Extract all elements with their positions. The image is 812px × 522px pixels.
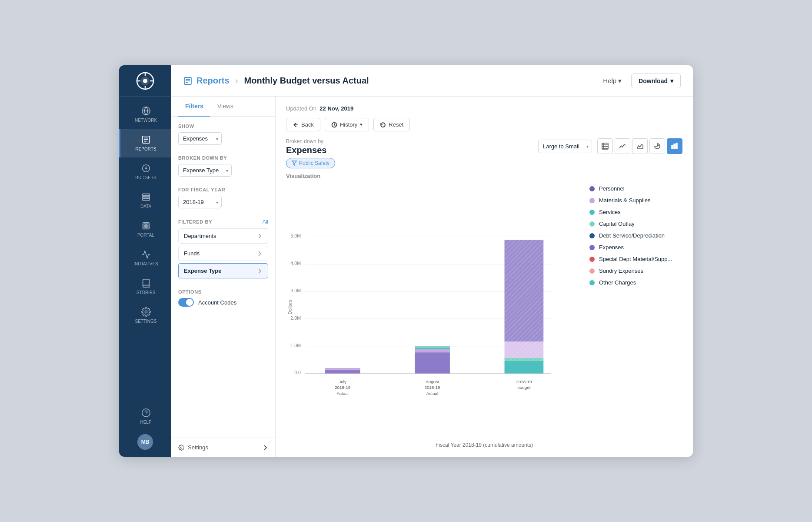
back-button[interactable]: Back bbox=[286, 118, 320, 131]
broken-down-by-text: Broken down by bbox=[286, 138, 335, 144]
fiscal-year-section: FOR FISCAL YEAR 2018-19 ▾ bbox=[171, 180, 275, 212]
svg-rect-57 bbox=[325, 368, 360, 370]
svg-text:$: $ bbox=[145, 166, 146, 170]
svg-point-30 bbox=[180, 447, 182, 448]
avatar[interactable]: MB bbox=[137, 434, 153, 450]
filtered-by-section: FILTERED BY All Departments Funds bbox=[171, 212, 275, 284]
filter-departments[interactable]: Departments bbox=[178, 228, 268, 244]
sidebar-item-help[interactable]: HELP bbox=[135, 404, 155, 429]
reset-button[interactable]: Reset bbox=[373, 118, 410, 131]
legend-dot-other bbox=[589, 280, 595, 285]
svg-rect-41 bbox=[676, 143, 677, 149]
sidebar-item-data[interactable]: DATA bbox=[119, 186, 171, 215]
area-view-button[interactable] bbox=[632, 138, 648, 154]
legend-item-debt: Debt Service/Depreciation bbox=[589, 232, 682, 239]
broken-down-by-select-wrapper: Expense Type ▾ bbox=[178, 164, 232, 177]
breadcrumb-reports[interactable]: Reports bbox=[196, 76, 230, 86]
svg-rect-62 bbox=[505, 361, 544, 374]
chart-container: 5.0M 4.0M 3.0M 2.0M 1.0M 0.0 Dollars bbox=[286, 182, 682, 440]
sidebar-item-network[interactable]: NETWORK bbox=[119, 100, 171, 129]
sidebar-item-portal[interactable]: PORTAL bbox=[119, 215, 171, 244]
tab-views[interactable]: Views bbox=[210, 97, 240, 117]
svg-text:budget: budget bbox=[517, 385, 530, 390]
chart-svg: 5.0M 4.0M 3.0M 2.0M 1.0M 0.0 Dollars bbox=[286, 182, 582, 440]
content-area: Filters Views SHOW Expenses ▾ BROKEN DOW… bbox=[171, 97, 693, 457]
legend-panel: Personnel Materials & Supplies Services bbox=[582, 182, 682, 440]
sidebar-item-stories[interactable]: STORIES bbox=[119, 272, 171, 301]
svg-text:August: August bbox=[426, 379, 439, 384]
broken-down-by-select[interactable]: Expense Type bbox=[178, 164, 232, 177]
fiscal-year-select[interactable]: 2018-19 bbox=[178, 196, 222, 208]
sidebar-item-budgets[interactable]: $ BUDGETS bbox=[119, 157, 171, 186]
svg-marker-33 bbox=[292, 161, 296, 165]
account-codes-toggle[interactable] bbox=[178, 298, 194, 307]
svg-rect-60 bbox=[415, 348, 450, 349]
bar-view-button[interactable] bbox=[667, 138, 682, 154]
panel-tabs: Filters Views bbox=[171, 97, 275, 117]
options-section: OPTIONS Account Codes bbox=[171, 284, 275, 312]
visualization-label: Visualization bbox=[286, 173, 682, 179]
logo[interactable] bbox=[119, 65, 171, 97]
filter-expense-type[interactable]: Expense Type bbox=[178, 263, 268, 278]
svg-text:5.0M: 5.0M bbox=[290, 233, 301, 238]
breadcrumb-separator: › bbox=[236, 76, 238, 85]
history-icon bbox=[331, 122, 337, 128]
history-button[interactable]: History ▾ bbox=[325, 118, 369, 131]
legend-dot-expenses bbox=[589, 245, 595, 250]
show-section: SHOW Expenses ▾ bbox=[171, 117, 275, 148]
fiscal-year-label: FOR FISCAL YEAR bbox=[178, 187, 268, 192]
legend-item-special: Special Dept Material/Supp... bbox=[589, 256, 682, 262]
legend-dot-services bbox=[589, 210, 595, 215]
download-button[interactable]: Download ▾ bbox=[631, 74, 681, 88]
legend-dot-personnel bbox=[589, 186, 595, 191]
legend-dot-materials bbox=[589, 198, 595, 203]
show-label: SHOW bbox=[178, 124, 268, 129]
pie-view-button[interactable] bbox=[649, 138, 665, 154]
legend-item-sundry: Sundry Expenses bbox=[589, 268, 682, 274]
settings-button[interactable]: Settings bbox=[171, 438, 275, 457]
chart-area: 5.0M 4.0M 3.0M 2.0M 1.0M 0.0 Dollars bbox=[286, 182, 582, 440]
account-codes-toggle-row: Account Codes bbox=[178, 298, 268, 307]
filter-funds[interactable]: Funds bbox=[178, 246, 268, 261]
legend-item-services: Services bbox=[589, 209, 682, 215]
filtered-by-row: FILTERED BY All bbox=[178, 219, 268, 225]
svg-point-2 bbox=[143, 79, 147, 83]
line-view-button[interactable] bbox=[615, 138, 630, 154]
app-frame: NETWORK REPORTS $ BUDGETS bbox=[119, 65, 693, 457]
filtered-by-label: FILTERED BY bbox=[178, 219, 212, 224]
svg-text:2018-19: 2018-19 bbox=[424, 385, 440, 390]
account-codes-label: Account Codes bbox=[198, 299, 236, 306]
settings-label: Settings bbox=[188, 444, 208, 451]
back-icon bbox=[293, 122, 299, 128]
legend-item-capital: Capital Outlay bbox=[589, 221, 682, 227]
svg-rect-16 bbox=[142, 196, 150, 198]
svg-text:2.0M: 2.0M bbox=[290, 315, 301, 321]
topbar: Reports › Monthly Budget versus Actual H… bbox=[171, 65, 693, 97]
filtered-by-all[interactable]: All bbox=[263, 219, 268, 225]
legend-item-expenses: Expenses bbox=[589, 244, 682, 251]
report-meta: Updated On 22 Nov, 2019 bbox=[286, 105, 682, 112]
main-content: Reports › Monthly Budget versus Actual H… bbox=[171, 65, 693, 457]
chart-title-area: Broken down by Expenses Public Safety bbox=[286, 138, 335, 168]
svg-rect-67 bbox=[505, 240, 544, 361]
svg-rect-20 bbox=[146, 224, 148, 225]
show-select[interactable]: Expenses bbox=[178, 132, 222, 145]
breadcrumb-title: Monthly Budget versus Actual bbox=[244, 76, 369, 86]
legend-item-other: Other Charges bbox=[589, 279, 682, 286]
action-bar: Back History ▾ Reset bbox=[286, 118, 682, 131]
sidebar-item-initiatives[interactable]: INITIATIVES bbox=[119, 244, 171, 272]
table-view-button[interactable] bbox=[597, 138, 613, 154]
svg-text:Dollars: Dollars bbox=[287, 300, 293, 314]
legend-dot-sundry bbox=[589, 268, 595, 274]
filter-tag[interactable]: Public Safety bbox=[286, 158, 335, 168]
svg-rect-59 bbox=[415, 349, 450, 352]
chart-header: Broken down by Expenses Public Safety La… bbox=[286, 138, 682, 168]
sidebar-item-reports[interactable]: REPORTS bbox=[119, 129, 171, 157]
sidebar-item-settings[interactable]: SETTINGS bbox=[119, 301, 171, 330]
sort-select[interactable]: Large to Small bbox=[538, 140, 592, 153]
svg-rect-56 bbox=[325, 370, 360, 374]
sort-select-wrapper: Large to Small ▾ bbox=[538, 140, 592, 153]
tab-filters[interactable]: Filters bbox=[178, 97, 210, 117]
filter-icon bbox=[292, 161, 297, 166]
help-button[interactable]: Help ▾ bbox=[599, 74, 626, 87]
